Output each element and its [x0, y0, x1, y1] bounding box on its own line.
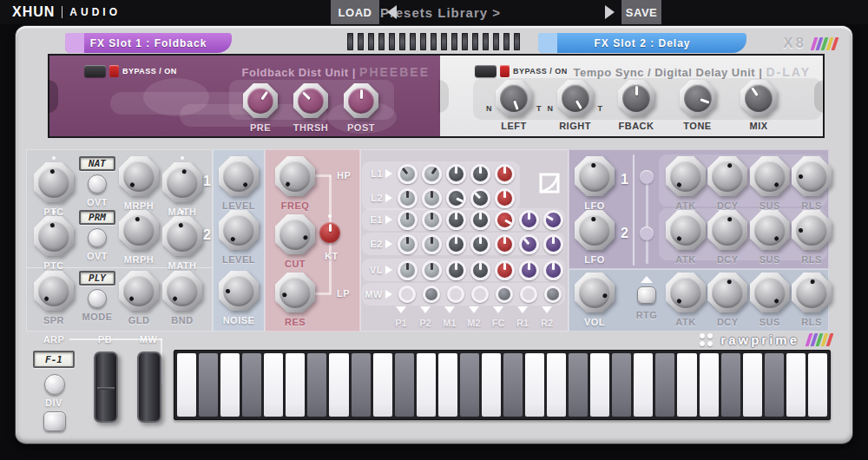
knob-spr[interactable]	[34, 271, 74, 311]
knob-gld[interactable]	[119, 271, 159, 311]
knob-freq[interactable]	[275, 156, 315, 196]
key-natural[interactable]	[525, 353, 544, 417]
matrix-knob-vl[interactable]	[446, 260, 466, 280]
knob-left[interactable]	[496, 80, 532, 116]
kt-knob[interactable]	[319, 222, 340, 243]
matrix-knob-l1[interactable]	[495, 164, 515, 184]
knob-atk[interactable]	[666, 273, 706, 312]
matrix-knob-e2[interactable]	[519, 234, 539, 254]
matrix-knob-vl[interactable]	[470, 260, 490, 280]
matrix-knob-l2[interactable]	[398, 188, 418, 208]
matrix-knob-e2[interactable]	[470, 234, 490, 254]
knob-dcy[interactable]	[707, 273, 747, 312]
matrix-knob-l2[interactable]	[422, 188, 442, 208]
matrix-knob-e1[interactable]	[519, 210, 539, 230]
matrix-knob-l1[interactable]	[422, 164, 442, 184]
knob-lfo[interactable]	[575, 156, 615, 196]
save-button[interactable]: SAVE	[621, 0, 661, 24]
knob-dcy[interactable]	[707, 210, 747, 250]
knob-mrph[interactable]	[119, 156, 159, 196]
lfo-slider-handle-2[interactable]	[640, 227, 654, 240]
mw-button-gray[interactable]	[544, 286, 562, 303]
key-natural[interactable]	[220, 353, 240, 417]
fx-slot2-tab[interactable]: FX Slot 2 : Delay	[538, 33, 746, 53]
prev-preset-arrow[interactable]	[387, 5, 397, 19]
knob-sus[interactable]	[750, 210, 790, 250]
knob-mix[interactable]	[740, 80, 777, 116]
mw-button-red[interactable]	[520, 286, 537, 303]
knob-pre[interactable]	[243, 83, 278, 118]
matrix-knob-l2[interactable]	[470, 188, 490, 208]
key-natural[interactable]	[677, 353, 696, 417]
matrix-knob-vl[interactable]	[422, 260, 442, 280]
key-sharp[interactable]	[721, 353, 740, 417]
matrix-knob-l1[interactable]	[470, 164, 490, 184]
matrix-knob-l2[interactable]	[495, 188, 515, 208]
matrix-knob-l1[interactable]	[446, 164, 466, 184]
matrix-knob-e1[interactable]	[543, 210, 563, 230]
key-natural[interactable]	[786, 353, 806, 417]
key-natural[interactable]	[808, 353, 827, 417]
knob-dcy[interactable]	[707, 156, 747, 196]
knob-rls[interactable]	[792, 273, 832, 312]
knob-ptc[interactable]	[34, 216, 74, 256]
mod-wheel[interactable]	[137, 352, 161, 423]
key-natural[interactable]	[634, 353, 653, 417]
knob-vol[interactable]	[575, 273, 615, 312]
keyboard[interactable]	[174, 350, 831, 420]
matrix-knob-e2[interactable]	[495, 234, 515, 254]
matrix-knob-e1[interactable]	[422, 210, 442, 230]
key-natural[interactable]	[286, 353, 305, 417]
key-sharp[interactable]	[242, 353, 261, 417]
next-preset-arrow[interactable]	[605, 5, 615, 19]
knob-math[interactable]	[162, 162, 202, 202]
display-select-button[interactable]	[88, 228, 107, 247]
key-natural[interactable]	[743, 353, 762, 417]
load-button[interactable]: LOAD	[331, 0, 379, 24]
lfo-slider-handle-1[interactable]	[640, 170, 654, 184]
knob-tone[interactable]	[680, 80, 716, 116]
arp-button[interactable]	[44, 374, 65, 395]
knob-math[interactable]	[162, 216, 202, 256]
matrix-knob-e1[interactable]	[398, 210, 418, 230]
key-natural[interactable]	[700, 353, 719, 417]
matrix-knob-e1[interactable]	[470, 210, 490, 230]
key-sharp[interactable]	[352, 353, 371, 417]
fx2-bypass-button[interactable]	[475, 65, 496, 77]
key-sharp[interactable]	[460, 353, 479, 417]
matrix-knob-l2[interactable]	[446, 188, 466, 208]
key-natural[interactable]	[264, 353, 283, 417]
knob-sus[interactable]	[750, 273, 790, 312]
knob-level[interactable]	[219, 156, 259, 196]
key-sharp[interactable]	[395, 353, 414, 417]
key-sharp[interactable]	[199, 353, 218, 417]
key-natural[interactable]	[329, 353, 348, 417]
matrix-knob-e1[interactable]	[495, 210, 515, 230]
matrix-knob-e2[interactable]	[398, 234, 418, 254]
key-sharp[interactable]	[307, 353, 326, 417]
fx1-bypass-switch[interactable]: BYPASS / ON	[84, 65, 177, 77]
matrix-knob-vl[interactable]	[495, 260, 515, 280]
key-natural[interactable]	[590, 353, 609, 417]
mw-button-gray[interactable]	[496, 286, 513, 303]
matrix-knob-e2[interactable]	[543, 234, 563, 254]
mw-button-red[interactable]	[398, 286, 416, 303]
knob-bnd[interactable]	[162, 271, 202, 311]
fx2-bypass-switch[interactable]: BYPASS / ON	[475, 65, 568, 77]
mw-button-red[interactable]	[447, 286, 464, 303]
key-natural[interactable]	[177, 353, 196, 417]
mw-button-red[interactable]	[471, 286, 489, 303]
display-select-button[interactable]	[88, 289, 107, 308]
matrix-knob-e2[interactable]	[422, 234, 442, 254]
matrix-knob-vl[interactable]	[519, 260, 539, 280]
knob-cut[interactable]	[275, 214, 315, 254]
fx1-bypass-button[interactable]	[84, 65, 106, 77]
key-natural[interactable]	[373, 353, 392, 417]
key-natural[interactable]	[417, 353, 436, 417]
div-button[interactable]	[43, 411, 66, 431]
knob-thrsh[interactable]	[293, 83, 328, 118]
key-sharp[interactable]	[503, 353, 523, 417]
knob-mrph[interactable]	[119, 210, 159, 250]
fx-slot1-tab[interactable]: FX Slot 1 : Foldback	[65, 33, 232, 53]
key-sharp[interactable]	[765, 353, 784, 417]
